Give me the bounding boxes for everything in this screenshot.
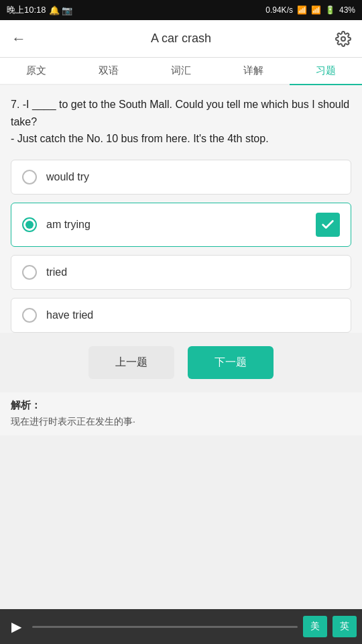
status-left: 晚上10:18 🔔 📷 [7, 4, 72, 16]
tab-bilingual[interactable]: 双语 [72, 58, 145, 84]
prev-button[interactable]: 上一题 [88, 346, 174, 379]
content-area: 7. -I ____ to get to the South Mall. Cou… [0, 85, 362, 333]
analysis-title: 解析： [11, 399, 351, 412]
lang-english-button[interactable]: 英 [333, 616, 357, 637]
header: ← A car crash [0, 20, 362, 58]
signal-icon: 📶 [311, 5, 321, 15]
status-right: 0.94K/s 📶 📶 🔋 43% [265, 5, 355, 15]
option-b[interactable]: am trying [11, 203, 351, 247]
progress-bar[interactable] [32, 626, 298, 628]
option-d-label: have tried [46, 309, 340, 321]
option-c-label: tried [46, 266, 340, 278]
radio-d [22, 308, 37, 323]
battery-icon: 🔋 [325, 5, 335, 15]
audio-player: ▶ 美 英 [0, 609, 362, 644]
back-button[interactable]: ← [8, 28, 29, 50]
correct-check-icon [316, 213, 340, 237]
network-speed: 0.94K/s [265, 5, 293, 15]
tab-vocabulary[interactable]: 词汇 [145, 58, 217, 84]
tabs: 原文 双语 词汇 详解 习题 [0, 58, 362, 85]
status-time: 晚上10:18 [7, 4, 46, 16]
settings-button[interactable] [333, 28, 354, 50]
nav-buttons: 上一题 下一题 [0, 333, 362, 392]
option-d[interactable]: have tried [11, 298, 351, 333]
question-text: 7. -I ____ to get to the South Mall. Cou… [11, 96, 351, 148]
radio-a [22, 170, 37, 184]
analysis-text: 现在进行时表示正在发生的事· [11, 415, 351, 429]
radio-c [22, 265, 37, 280]
option-a-label: would try [46, 171, 340, 183]
page-title: A car crash [151, 32, 211, 46]
tab-exercise[interactable]: 习题 [290, 58, 362, 84]
tab-original[interactable]: 原文 [0, 58, 72, 84]
analysis-section: 解析： 现在进行时表示正在发生的事· [0, 392, 362, 435]
options-list: would try am trying tried have tried [11, 160, 351, 333]
lang-chinese-button[interactable]: 美 [303, 616, 327, 637]
status-bar: 晚上10:18 🔔 📷 0.94K/s 📶 📶 🔋 43% [0, 0, 362, 20]
option-b-label: am trying [46, 219, 306, 231]
status-icons: 🔔 📷 [49, 5, 73, 15]
option-a[interactable]: would try [11, 160, 351, 195]
wifi-icon: 📶 [297, 5, 307, 15]
option-c[interactable]: tried [11, 255, 351, 290]
svg-point-0 [341, 37, 345, 41]
radio-b [22, 217, 37, 232]
battery-level: 43% [339, 5, 355, 15]
play-button[interactable]: ▶ [5, 616, 27, 637]
next-button[interactable]: 下一题 [188, 346, 274, 379]
tab-detail[interactable]: 详解 [217, 58, 290, 84]
